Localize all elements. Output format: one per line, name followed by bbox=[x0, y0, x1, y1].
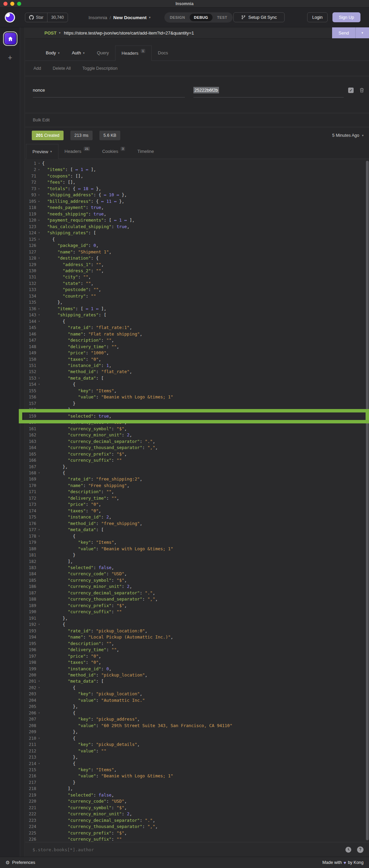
fold-caret-icon[interactable]: ▾ bbox=[36, 312, 42, 318]
response-body[interactable]: 1▾{2▸ "items": [ ↔ 1 ↔ ],71 "coupons": [… bbox=[25, 159, 369, 842]
tab-design[interactable]: DESIGN bbox=[165, 14, 190, 21]
tab-auth[interactable]: Auth ▾ bbox=[66, 45, 91, 61]
fold-caret-icon[interactable]: ▸ bbox=[36, 186, 42, 192]
tab-debug[interactable]: DEBUG bbox=[190, 14, 213, 21]
code-text: "rate_id": "free_shipping:2", bbox=[42, 476, 142, 482]
code-line: 165 "currency_prefix": "$", bbox=[25, 451, 369, 457]
breadcrumb-app[interactable]: Insomnia bbox=[88, 15, 107, 20]
header-enabled-checkbox[interactable]: ✓ bbox=[348, 88, 354, 93]
tab-preview[interactable]: Preview ▾ bbox=[26, 144, 58, 159]
star-count[interactable]: 30,740 bbox=[47, 13, 68, 22]
question-icon: ? bbox=[359, 847, 361, 852]
bulk-edit-button[interactable]: Bulk Edit bbox=[33, 118, 50, 122]
line-number: 201 bbox=[25, 678, 36, 684]
line-number: 161 bbox=[25, 426, 36, 432]
code-text: "instance_id": 1, bbox=[42, 363, 111, 368]
tab-docs[interactable]: Docs bbox=[152, 45, 174, 61]
home-button[interactable] bbox=[4, 33, 16, 44]
fold-caret-icon[interactable]: ▾ bbox=[36, 527, 42, 533]
code-line: 177▾ "meta_data": [ bbox=[25, 527, 369, 533]
app-header: Star 30,740 Insomnia / New Document ▾ DE… bbox=[0, 8, 369, 27]
code-line: 125▾ { bbox=[25, 236, 369, 242]
breadcrumb-document[interactable]: New Document bbox=[113, 15, 147, 20]
send-button[interactable]: Send bbox=[332, 27, 355, 38]
code-text: "key": "pickup_details", bbox=[42, 742, 140, 747]
github-star-button[interactable]: Star bbox=[25, 13, 47, 22]
fold-caret-icon[interactable]: ▾ bbox=[36, 533, 42, 539]
tab-test[interactable]: TEST bbox=[213, 14, 232, 21]
method-caret-icon[interactable]: ▾ bbox=[59, 31, 60, 35]
tab-query[interactable]: Query bbox=[91, 45, 115, 61]
code-line: 194 "name": "Local Pickup (Automattic In… bbox=[25, 634, 369, 640]
tab-response-headers[interactable]: Headers 21 bbox=[58, 144, 96, 159]
preferences-button[interactable]: ⚙ Preferences bbox=[5, 860, 35, 865]
header-value-field[interactable]: 25222b6f2b bbox=[193, 83, 344, 97]
fold-caret-icon[interactable]: ▸ bbox=[36, 198, 42, 205]
code-line: 180 "value": "Beanie with Logo &times; 1… bbox=[25, 546, 369, 552]
fold-caret-icon[interactable]: ▾ bbox=[36, 470, 42, 476]
url-input[interactable] bbox=[64, 30, 369, 36]
tab-cookies[interactable]: Cookies 3 bbox=[96, 144, 131, 159]
code-line: 220 "currency_code": "USD", bbox=[25, 798, 369, 804]
add-organization-button[interactable]: + bbox=[0, 53, 20, 62]
delete-all-headers-button[interactable]: Delete All bbox=[53, 66, 71, 71]
code-line: 201▾ "meta_data": [ bbox=[25, 678, 369, 684]
tab-body[interactable]: Body ▾ bbox=[40, 45, 66, 61]
fold-caret-icon[interactable]: ▾ bbox=[36, 160, 42, 167]
method-label[interactable]: POST bbox=[44, 30, 56, 36]
minimize-window-button[interactable] bbox=[10, 2, 14, 6]
fold-caret-icon[interactable]: ▸ bbox=[36, 217, 42, 223]
json-path-filter-input[interactable] bbox=[32, 847, 345, 852]
fold-caret-icon[interactable]: ▾ bbox=[36, 678, 42, 684]
line-number: 226 bbox=[25, 836, 36, 842]
sidebar-collapsed-strip[interactable] bbox=[20, 27, 25, 857]
send-options-caret[interactable]: ▾ bbox=[355, 27, 369, 38]
code-text: "items": [ ↔ 1 ↔ ], bbox=[42, 306, 106, 311]
fold-caret-icon[interactable]: ▾ bbox=[36, 255, 42, 261]
filter-history-button[interactable] bbox=[345, 846, 352, 853]
zoom-window-button[interactable] bbox=[17, 2, 21, 6]
chevron-down-icon[interactable]: ▾ bbox=[149, 16, 151, 19]
fold-caret-icon[interactable]: ▸ bbox=[36, 167, 42, 173]
fold-caret-icon[interactable]: ▾ bbox=[36, 761, 42, 767]
fold-caret-icon[interactable]: ▾ bbox=[36, 318, 42, 325]
fold-caret-icon[interactable]: ▾ bbox=[36, 236, 42, 242]
add-header-button[interactable]: Add bbox=[33, 66, 41, 71]
code-text: { bbox=[42, 161, 45, 166]
delete-header-button[interactable] bbox=[359, 88, 365, 94]
line-number: 173 bbox=[25, 501, 36, 508]
code-line: 143▾ "shipping_rates": [ bbox=[25, 312, 369, 318]
fold-caret-icon[interactable]: ▾ bbox=[36, 381, 42, 387]
code-text: "currency_prefix": "$", bbox=[42, 451, 127, 457]
github-star-widget[interactable]: Star 30,740 bbox=[25, 13, 68, 22]
tab-timeline[interactable]: Timeline bbox=[131, 144, 160, 159]
setup-git-sync-button[interactable]: Setup Git Sync bbox=[233, 12, 285, 22]
fold-caret-icon[interactable]: ▸ bbox=[36, 192, 42, 198]
signup-button[interactable]: Sign Up bbox=[332, 12, 360, 22]
code-text: "state": "", bbox=[42, 281, 94, 286]
line-number: 212 bbox=[25, 748, 36, 754]
code-line: 128▾ "destination": { bbox=[25, 255, 369, 261]
code-line: 195 "description": "", bbox=[25, 641, 369, 647]
fold-caret-icon[interactable]: ▾ bbox=[36, 230, 42, 236]
toggle-description-button[interactable]: Toggle Description bbox=[82, 66, 118, 71]
close-window-button[interactable] bbox=[3, 2, 8, 6]
fold-caret-icon[interactable]: ▸ bbox=[36, 306, 42, 312]
header-name-field[interactable]: nonce bbox=[33, 83, 185, 97]
line-number: 184 bbox=[25, 571, 36, 577]
code-line: 156 "value": "Beanie with Logo &times; 1… bbox=[25, 394, 369, 400]
response-history-dropdown[interactable]: 5 Minutes Ago ▾ bbox=[332, 133, 364, 138]
fold-caret-icon[interactable]: ▾ bbox=[36, 735, 42, 741]
line-number: 72 bbox=[25, 179, 36, 185]
fold-caret-icon[interactable]: ▾ bbox=[36, 375, 42, 381]
fold-caret-icon[interactable]: ▾ bbox=[36, 685, 42, 691]
line-number: 172 bbox=[25, 495, 36, 501]
fold-caret-icon[interactable]: ▾ bbox=[36, 710, 42, 716]
login-button[interactable]: Login bbox=[307, 12, 328, 22]
filter-help-button[interactable]: ? bbox=[357, 846, 364, 853]
code-line: 105▸ "billing_address": { ↔ 11 ↔ }, bbox=[25, 198, 369, 205]
scrollbar[interactable] bbox=[366, 161, 369, 840]
fold-caret-icon[interactable]: ▾ bbox=[36, 621, 42, 628]
line-number: 221 bbox=[25, 805, 36, 811]
tab-headers[interactable]: Headers 1 bbox=[115, 45, 152, 61]
